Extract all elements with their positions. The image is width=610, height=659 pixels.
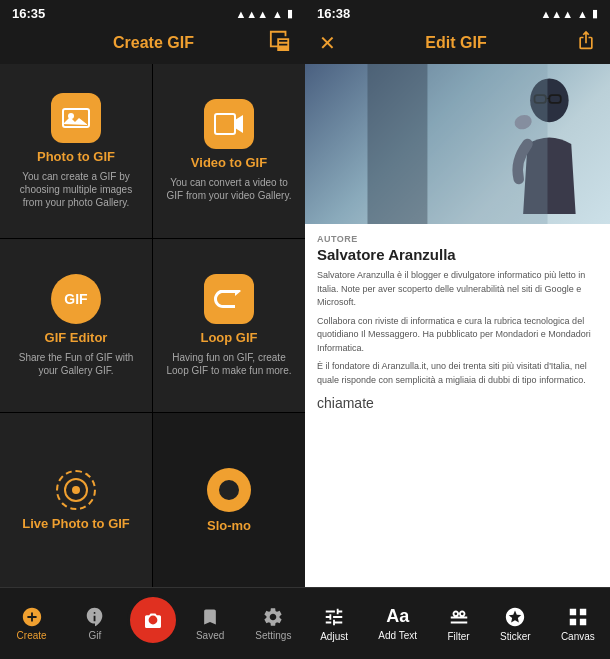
tab-create[interactable]: Create: [0, 606, 63, 641]
close-button[interactable]: ✕: [319, 31, 336, 55]
background-pattern: [305, 64, 610, 224]
slomo-inner: [216, 477, 242, 503]
left-status-bar: 16:35 ▲▲▲ ▲ ▮: [0, 0, 305, 25]
left-tab-bar: Create Gif Saved Settings: [0, 587, 305, 659]
loop-gif-desc: Having fun on GIF, create Loop GIF to ma…: [163, 351, 295, 377]
photo-icon-wrap: [51, 93, 101, 143]
left-time: 16:35: [12, 6, 45, 21]
right-signal-icon: ▲▲▲: [540, 8, 573, 20]
loop-gif-title: Loop GIF: [200, 330, 257, 345]
battery-icon: ▮: [287, 7, 293, 20]
video-to-gif-desc: You can convert a video to GIF from your…: [163, 176, 295, 202]
right-panel: 16:38 ▲▲▲ ▲ ▮ ✕ Edit GIF: [305, 0, 610, 659]
right-nav-bar: ✕ Edit GIF: [305, 25, 610, 64]
grid-item-slo-mo[interactable]: Slo-mo: [153, 413, 305, 587]
photo-to-gif-desc: You can create a GIF by choosing multipl…: [10, 170, 142, 209]
grid-item-loop-gif[interactable]: Loop GIF Having fun on GIF, create Loop …: [153, 239, 305, 413]
left-panel: 16:35 ▲▲▲ ▲ ▮ Create GIF Pho: [0, 0, 305, 659]
article-footer: chiamate: [317, 395, 598, 411]
article-text: Salvatore Aranzulla è il blogger e divul…: [317, 269, 598, 387]
svg-rect-10: [428, 64, 548, 224]
feature-grid: Photo to GIF You can create a GIF by cho…: [0, 64, 305, 587]
right-toolbar: Adjust Aa Add Text Filter Sticker Canvas: [305, 587, 610, 659]
signal-icon: ▲▲▲: [235, 8, 268, 20]
tab-gif[interactable]: Gif: [63, 606, 126, 641]
toolbar-item-adjust[interactable]: Adjust: [320, 606, 348, 642]
right-wifi-icon: ▲: [577, 8, 588, 20]
grid-item-gif-editor[interactable]: GIF GIF Editor Share the Fun of GIF with…: [0, 239, 152, 413]
right-battery-icon: ▮: [592, 7, 598, 20]
grid-item-photo-to-gif[interactable]: Photo to GIF You can create a GIF by cho…: [0, 64, 152, 238]
toolbar-adjust-label: Adjust: [320, 631, 348, 642]
grid-item-video-to-gif[interactable]: Video to GIF You can convert a video to …: [153, 64, 305, 238]
tab-settings-label: Settings: [255, 630, 291, 641]
svg-rect-2: [215, 114, 235, 134]
tab-create-label: Create: [17, 630, 47, 641]
tab-settings[interactable]: Settings: [242, 606, 305, 641]
share-icon[interactable]: [269, 29, 291, 56]
left-status-icons: ▲▲▲ ▲ ▮: [235, 7, 293, 20]
toolbar-item-filter[interactable]: Filter: [447, 606, 469, 642]
toolbar-sticker-label: Sticker: [500, 631, 531, 642]
tab-saved[interactable]: Saved: [179, 606, 242, 641]
left-nav-bar: Create GIF: [0, 25, 305, 64]
toolbar-item-add-text[interactable]: Aa Add Text: [378, 606, 417, 641]
right-time: 16:38: [317, 6, 350, 21]
add-text-icon: Aa: [386, 606, 409, 627]
image-preview: AUTORE Salvatore Aranzulla Salvatore Ara…: [305, 64, 610, 587]
wifi-icon: ▲: [272, 8, 283, 20]
gif-editor-title: GIF Editor: [45, 330, 108, 345]
photo-to-gif-title: Photo to GIF: [37, 149, 115, 164]
grid-item-live-photo-to-gif[interactable]: Live Photo to GIF: [0, 413, 152, 587]
right-page-title: Edit GIF: [425, 34, 486, 52]
video-to-gif-title: Video to GIF: [191, 155, 267, 170]
right-status-bar: 16:38 ▲▲▲ ▲ ▮: [305, 0, 610, 25]
left-page-title: Create GIF: [113, 34, 194, 52]
slomo-icon-wrap: [207, 468, 251, 512]
toolbar-add-text-label: Add Text: [378, 630, 417, 641]
toolbar-filter-label: Filter: [447, 631, 469, 642]
article-card: AUTORE Salvatore Aranzulla Salvatore Ara…: [305, 64, 610, 587]
live-photo-to-gif-title: Live Photo to GIF: [22, 516, 130, 531]
tab-camera-button[interactable]: [127, 594, 179, 646]
right-share-button[interactable]: [576, 29, 596, 56]
article-para-1: Salvatore Aranzulla è il blogger e divul…: [317, 269, 598, 310]
gif-icon-wrap: GIF: [51, 274, 101, 324]
right-status-icons: ▲▲▲ ▲ ▮: [540, 7, 598, 20]
gif-editor-desc: Share the Fun of GIF with your Gallery G…: [10, 351, 142, 377]
article-para-3: È il fondatore di Aranzulla.it, uno dei …: [317, 360, 598, 387]
live-photo-icon: [56, 470, 96, 510]
article-label: AUTORE: [317, 234, 598, 244]
video-icon-wrap: [204, 99, 254, 149]
loop-icon-wrap: [204, 274, 254, 324]
tab-gif-label: Gif: [88, 630, 101, 641]
slo-mo-title: Slo-mo: [207, 518, 251, 533]
article-content: AUTORE Salvatore Aranzulla Salvatore Ara…: [305, 224, 610, 421]
tab-saved-label: Saved: [196, 630, 224, 641]
article-image: [305, 64, 610, 224]
toolbar-canvas-label: Canvas: [561, 631, 595, 642]
svg-rect-9: [368, 64, 428, 224]
toolbar-item-sticker[interactable]: Sticker: [500, 606, 531, 642]
article-name: Salvatore Aranzulla: [317, 246, 598, 263]
toolbar-item-canvas[interactable]: Canvas: [561, 606, 595, 642]
article-para-2: Collabora con riviste di informatica e c…: [317, 315, 598, 356]
